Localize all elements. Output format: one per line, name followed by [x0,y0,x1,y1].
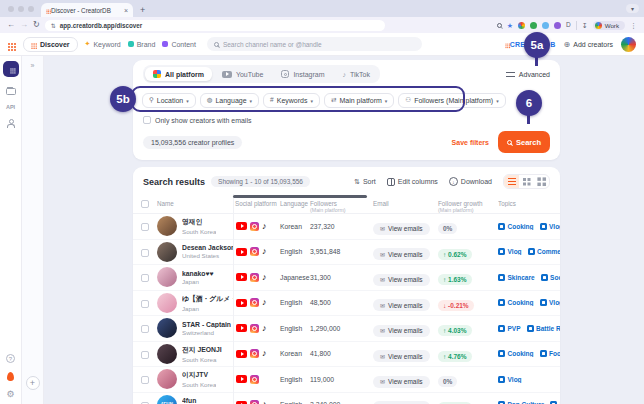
view-emails-button[interactable]: ✉View emails [373,350,430,362]
view-emails-button[interactable]: ✉View emails [373,376,430,388]
column-header-email[interactable]: Email [373,200,389,207]
extension-icon[interactable] [530,22,537,29]
email-filter-checkbox-row[interactable]: Only show creators with emails [143,116,550,124]
row-checkbox[interactable] [141,249,149,257]
column-header-topics[interactable]: Topics [498,200,516,207]
platform-tab-tiktok[interactable]: ♪TikTok [335,68,378,81]
search-button[interactable]: Search [498,131,550,153]
topic-tag[interactable]: Cooking [498,223,534,230]
site-settings-icon[interactable]: ⇅ [51,22,56,29]
filter-chip-location[interactable]: ⚲Location▾ [142,93,196,108]
new-tab-button[interactable]: + [133,5,152,17]
creator-name-cell[interactable]: kanako♥♥Japan [157,267,233,287]
platform-tab-youtube[interactable]: YouTube [214,68,272,81]
user-avatar[interactable] [621,37,636,52]
topic-tag[interactable]: Commentary [528,248,560,255]
column-header-language[interactable]: Language [280,200,308,207]
creator-name-cell[interactable]: STAR - CaptainSwitzerland [157,318,233,338]
creator-name-cell[interactable]: 4FUN4funUnited States [157,395,233,404]
window-controls[interactable] [5,6,41,17]
maximize-window-icon[interactable] [28,6,34,12]
sidebar-item-collections[interactable] [6,88,16,95]
grid-view-toggle[interactable] [519,175,534,188]
sidebar-item-discover[interactable] [3,61,19,77]
edit-columns-button[interactable]: Edit columns [387,178,438,186]
topic-tag[interactable]: Food [540,350,561,357]
topic-tag[interactable]: Battle Royale [527,325,560,332]
row-checkbox[interactable] [141,325,149,333]
address-bar[interactable]: ⇅ app.creatordb.app/discover [45,20,385,31]
horizontal-scrollbar[interactable] [233,195,367,198]
list-view-toggle[interactable] [504,175,519,188]
column-header-followers[interactable]: Followers [310,200,337,207]
topic-tag[interactable]: Cooking [498,350,534,357]
whats-new-icon[interactable] [7,372,14,381]
tab-close-icon[interactable]: × [124,7,128,14]
nav-tab-content[interactable]: Content [162,41,196,48]
sidebar-item-api[interactable]: API [6,104,15,110]
settings-gear-icon[interactable]: ⚙ [6,390,14,399]
bookmark-star-icon[interactable]: ★ [507,22,513,29]
help-icon[interactable]: ? [6,354,15,363]
extensions-puzzle-icon[interactable]: D [566,22,571,29]
sidebar-item-creators[interactable] [6,119,16,128]
view-emails-button[interactable]: ✉View emails [373,299,430,311]
topic-tag[interactable]: Vlog [498,248,522,255]
advanced-filters-button[interactable]: Advanced [506,71,550,78]
card-view-toggle[interactable] [534,175,549,188]
discover-nav-button[interactable]: Discover [23,37,78,52]
topic-tag[interactable]: Skincare [498,274,535,281]
topic-tag[interactable]: PVP [498,325,521,332]
row-checkbox[interactable] [141,300,149,308]
topic-tag[interactable]: Cooking [498,299,534,306]
column-header-name[interactable]: Name [157,200,174,207]
filter-chip-keywords[interactable]: #Keywords▾ [263,93,320,108]
topic-tag[interactable]: Vlog [498,376,522,383]
reload-icon[interactable]: ↻ [33,21,40,29]
sort-button[interactable]: ⇅Sort [354,178,376,186]
creator-name-cell[interactable]: Desean JacksonUnited States [157,242,233,262]
topic-tag[interactable]: Vlog [540,299,561,306]
row-checkbox[interactable] [141,223,149,231]
browser-menu-icon[interactable]: ⋮ [630,22,637,29]
filter-chip-language[interactable]: ◍Language▾ [200,93,259,108]
toolbar-search-icon[interactable] [497,22,502,29]
tab-search-chevron-icon[interactable]: ▾ [626,4,639,13]
topic-tag[interactable]: Vlog [540,223,561,230]
download-button[interactable]: ↓Download [449,177,492,186]
row-checkbox[interactable] [141,376,149,384]
apps-grid-icon[interactable] [8,43,10,45]
row-checkbox[interactable] [141,274,149,282]
platform-tab-all-platform[interactable]: All platform [145,67,212,81]
minimize-window-icon[interactable] [18,6,24,12]
select-all-checkbox[interactable] [141,200,149,208]
rail-add-button[interactable]: + [26,376,40,390]
creator-name-cell[interactable]: 영재인South Korea [157,216,233,236]
column-header-growth[interactable]: Follower growth [438,200,482,207]
expand-panel-icon[interactable]: » [31,62,35,69]
filter-chip-main-platform[interactable]: ⇄Main platform▾ [324,93,394,108]
platform-tab-instagram[interactable]: Instagram [273,67,332,81]
creator-name-cell[interactable]: ゆ【酒・グルメ・…Japan [157,293,233,313]
extension-icon[interactable] [542,22,549,29]
view-emails-button[interactable]: ✉View emails [373,248,430,260]
view-emails-button[interactable]: ✉View emails [373,223,430,235]
column-header-social[interactable]: Social platform [235,200,277,207]
creator-name-cell[interactable]: 전지 JEONJISouth Korea [157,344,233,364]
add-creators-button[interactable]: ⊕ Add creators [564,40,613,49]
back-icon[interactable]: ← [7,21,15,29]
view-emails-button[interactable]: ✉View emails [373,274,430,286]
topic-tag[interactable]: Social Media [541,274,560,281]
browser-tab[interactable]: Discover - CreatorDB × [41,3,133,17]
creator-name-cell[interactable]: 이지JTVSouth Korea [157,369,233,389]
downloads-icon[interactable]: ↧ [582,22,588,29]
forward-icon[interactable]: → [20,21,28,29]
extension-icon[interactable] [518,22,525,29]
browser-profile-chip[interactable]: Work [593,21,625,30]
nav-tab-keyword[interactable]: ✦ Keyword [85,40,121,48]
row-checkbox[interactable] [141,351,149,359]
channel-search-box[interactable] [207,37,422,51]
close-window-icon[interactable] [8,6,14,12]
checkbox[interactable] [143,116,151,124]
view-emails-button[interactable]: ✉View emails [373,325,430,337]
